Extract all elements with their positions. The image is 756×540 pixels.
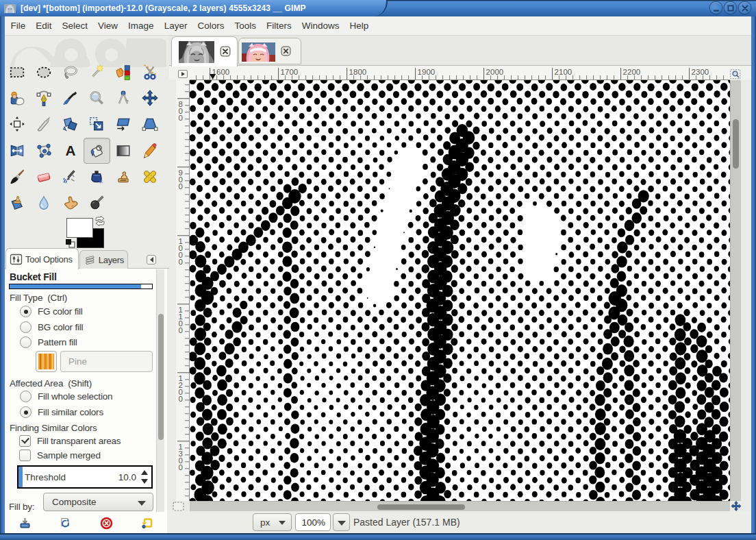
menu-image[interactable]: Image [123,18,160,34]
checkbox-sample-merged[interactable]: Sample merged [19,450,101,461]
vertical-scrollbar-thumb[interactable] [733,119,739,169]
canvas-menu-button[interactable] [178,70,188,78]
tool-ellipse-select[interactable] [31,59,58,85]
horizontal-scrollbar[interactable] [190,501,730,511]
foreground-color-swatch[interactable] [66,218,93,238]
menu-file[interactable]: File [5,18,31,34]
tool-paths[interactable] [31,85,58,111]
zoom-follow-window-button[interactable] [730,69,741,79]
tab-tool-options[interactable]: Tool Options [5,248,79,269]
tool-scissors-select[interactable] [136,59,163,85]
close-tab-button[interactable] [220,46,231,57]
menu-view[interactable]: View [93,18,123,34]
image-viewport[interactable] [190,80,730,501]
tool-paintbrush[interactable] [4,164,31,190]
tool-color-picker[interactable] [57,85,84,111]
fill-by-dropdown[interactable]: Composite [43,493,153,511]
menu-layer[interactable]: Layer [159,18,192,34]
navigation-button[interactable] [731,501,742,511]
tool-foreground-select[interactable] [4,85,31,111]
scrollbar-thumb[interactable] [158,314,164,440]
minimize-button[interactable] [710,2,722,14]
tool-heal[interactable] [136,164,163,190]
layers-icon [84,254,96,265]
tool-airbrush[interactable] [57,164,84,190]
tool-text[interactable]: A [57,138,84,164]
tool-measure[interactable] [110,85,137,111]
tool-smudge[interactable] [57,190,84,216]
tool-alignment[interactable] [4,111,31,137]
tool-rectangle-select[interactable] [4,59,31,85]
radio-pattern-fill[interactable]: Pattern fill [20,336,77,348]
zoom-input[interactable]: 100% [295,513,331,531]
tool-blur-sharpen[interactable] [31,190,58,216]
tool-scale[interactable] [84,111,110,137]
tool-zoom[interactable] [84,85,110,111]
delete-preset-button[interactable] [86,514,127,532]
menu-windows[interactable]: Windows [297,18,344,34]
tool-rotate[interactable] [57,111,84,137]
tool-clone[interactable] [110,164,137,190]
titlebar[interactable]: [dev] *[bottom] (imported)-12.0 (Graysca… [0,0,756,16]
dock-menu-button[interactable] [147,255,156,265]
reset-preset-button[interactable] [127,514,167,532]
tool-gradient[interactable] [110,138,137,164]
restore-preset-button[interactable] [45,514,86,532]
menu-colors[interactable]: Colors [192,18,229,34]
tool-flip[interactable] [4,138,31,164]
tool-select-by-color[interactable] [110,59,137,85]
checkbox-fill-transparent-areas[interactable]: Fill transparent areas [19,435,121,447]
quick-mask-toggle[interactable] [173,502,184,511]
radio-fill-similar-colors[interactable]: Fill similar colors [20,406,103,418]
maximize-button[interactable] [724,2,736,14]
tool-pencil[interactable] [136,138,163,164]
close-tab-button[interactable] [281,46,292,57]
horizontal-scrollbar-thumb[interactable] [377,504,465,510]
radio-bg-color-fill[interactable]: BG color fill [20,321,83,333]
menu-edit[interactable]: Edit [31,18,57,34]
tool-crop[interactable] [31,111,58,137]
vertical-scrollbar[interactable] [730,80,741,501]
menu-help[interactable]: Help [344,18,374,34]
pattern-preview-button[interactable] [36,351,57,372]
close-button[interactable] [739,2,751,14]
vertical-ruler[interactable]: 8009001000110012001300 [176,80,190,501]
measure-icon [115,90,131,106]
opacity-slider[interactable] [9,284,153,289]
tool-perspective-clone[interactable] [4,190,31,216]
default-colors-icon[interactable] [65,238,76,249]
threshold-spin-up[interactable] [141,470,148,475]
gradient-icon [115,143,131,159]
threshold-slider[interactable]: Threshold 10.0 [17,465,153,489]
tool-fuzzy-select[interactable] [84,59,110,85]
zoom-dropdown-button[interactable] [333,513,350,531]
tool-dodge-burn[interactable] [84,190,110,216]
tool-free-select[interactable] [57,59,84,85]
horizontal-ruler[interactable]: 16001700180019002000210022002300 [190,66,730,80]
tool-options-scrollbar[interactable] [156,269,164,512]
swap-colors-icon[interactable] [94,216,105,226]
tool-shear[interactable] [110,111,137,137]
tool-perspective[interactable] [136,111,163,137]
toolbox: A [4,59,164,216]
menu-tools[interactable]: Tools [229,18,262,34]
radio-fg-color-fill[interactable]: FG color fill [20,306,83,317]
pattern-name-field[interactable]: Pine [60,351,153,372]
svg-text:0: 0 [179,463,183,471]
tab-layers[interactable]: Layers [79,250,128,269]
tool-ink[interactable] [84,164,110,190]
tool-eraser[interactable] [31,164,58,190]
canvas-area: 8009001000110012001300 [169,80,751,501]
tool-cage-transform[interactable] [31,138,58,164]
save-preset-button[interactable] [5,514,45,532]
tool-bucket-fill[interactable] [84,138,110,164]
menu-filters[interactable]: Filters [261,18,297,34]
radio-fill-whole-selection[interactable]: Fill whole selection [20,391,112,402]
threshold-spin-down[interactable] [141,479,148,484]
tool-move[interactable] [136,85,163,111]
grayscale-image-thumbnail [179,41,214,63]
image-tab-grayscale[interactable] [171,36,238,66]
unit-dropdown[interactable]: px [253,513,292,531]
menu-select[interactable]: Select [57,18,93,34]
image-tab-color[interactable] [238,38,301,64]
